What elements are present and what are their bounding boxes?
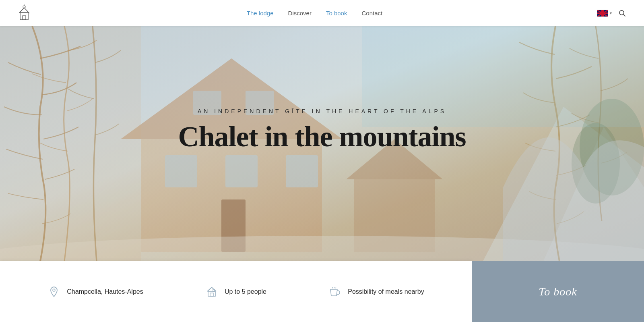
nav-right: ▾ <box>597 8 628 19</box>
svg-point-24 <box>53 289 55 291</box>
hero-subtitle: AN INDEPENDENT GÎTE IN THE HEART OF THE … <box>178 108 466 114</box>
capacity-item: Up to 5 people <box>205 285 266 298</box>
logo[interactable] <box>16 3 32 23</box>
nav-to-book[interactable]: To book <box>326 10 347 17</box>
divider-2 <box>297 282 298 302</box>
svg-line-5 <box>623 14 625 16</box>
info-bar: Champcella, Hautes-Alpes Up to 5 people <box>0 261 472 322</box>
hero-content: AN INDEPENDENT GÎTE IN THE HEART OF THE … <box>178 108 466 153</box>
divider-1 <box>174 282 174 302</box>
svg-rect-9 <box>165 155 197 187</box>
search-icon <box>618 9 626 17</box>
logo-icon <box>16 3 32 23</box>
nav-discover[interactable]: Discover <box>288 10 312 17</box>
flag-uk-icon <box>597 10 608 17</box>
meals-item: Possibility of meals nearby <box>328 285 424 298</box>
svg-rect-1 <box>23 16 26 20</box>
search-button[interactable] <box>617 8 628 19</box>
svg-rect-15 <box>354 179 435 252</box>
language-chevron: ▾ <box>610 11 612 15</box>
meals-text: Possibility of meals nearby <box>348 288 424 295</box>
svg-point-19 <box>0 236 644 261</box>
to-book-label: To book <box>539 285 577 298</box>
nav-the-lodge[interactable]: The lodge <box>247 10 274 17</box>
svg-point-20 <box>580 99 644 195</box>
main-nav: The lodge Discover To book Contact <box>247 10 382 17</box>
svg-rect-22 <box>0 26 141 261</box>
location-icon <box>47 285 60 298</box>
hero-section: AN INDEPENDENT GÎTE IN THE HEART OF THE … <box>0 0 644 261</box>
location-text: Champcella, Hautes-Alpes <box>67 288 143 295</box>
capacity-text: Up to 5 people <box>225 288 266 295</box>
to-book-panel[interactable]: To book <box>472 261 644 322</box>
meals-icon <box>328 285 341 298</box>
svg-marker-18 <box>543 127 644 261</box>
svg-rect-14 <box>221 199 246 252</box>
capacity-icon <box>205 285 218 298</box>
site-header: The lodge Discover To book Contact ▾ <box>0 0 644 26</box>
nav-contact[interactable]: Contact <box>361 10 382 17</box>
hero-title: Chalet in the mountains <box>178 121 466 153</box>
language-selector[interactable]: ▾ <box>597 10 612 17</box>
location-item: Champcella, Hautes-Alpes <box>47 285 143 298</box>
svg-rect-11 <box>286 155 318 187</box>
svg-point-21 <box>572 123 620 204</box>
svg-rect-26 <box>210 293 213 296</box>
svg-marker-17 <box>483 107 644 261</box>
svg-rect-0 <box>20 12 28 20</box>
svg-rect-10 <box>225 155 258 187</box>
svg-rect-7 <box>141 139 322 252</box>
svg-rect-25 <box>208 291 215 296</box>
